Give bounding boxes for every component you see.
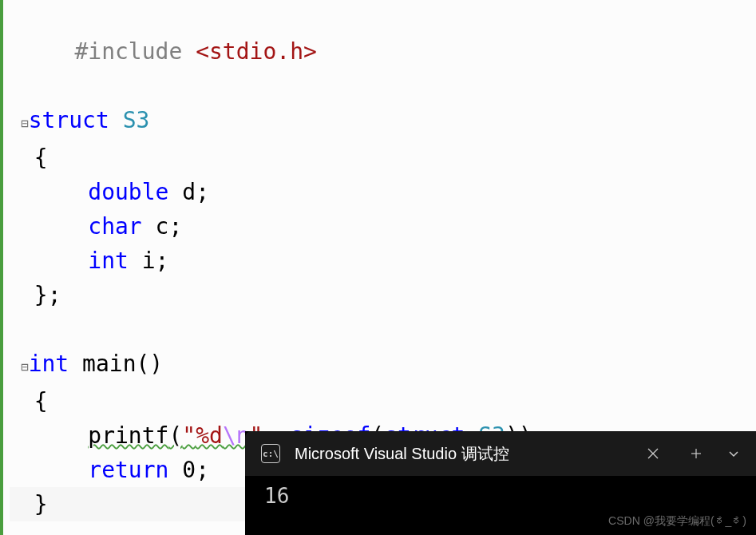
code-line-5: char c; [10, 209, 756, 244]
terminal-output: 16 [245, 476, 756, 516]
preprocessor-directive: #include [74, 38, 196, 65]
terminal-icon: c:\ [261, 444, 280, 463]
code-line-3: { [10, 141, 756, 175]
code-line-4: double d; [10, 175, 756, 209]
code-line-8 [10, 312, 756, 347]
close-button[interactable] [631, 438, 675, 470]
watermark: CSDN @我要学编程(ಥ_ಥ) [608, 514, 746, 529]
terminal-title: Microsoft Visual Studio 调试控 [295, 443, 631, 465]
keyword-struct: struct [29, 107, 123, 133]
close-icon [647, 447, 659, 460]
code-line-7: }; [10, 278, 756, 312]
fold-marker-icon[interactable]: ⊟ [21, 116, 29, 131]
new-tab-button[interactable] [675, 438, 718, 470]
dropdown-button[interactable] [718, 438, 750, 470]
code-line-1: #include <stdio.h> [10, 0, 756, 103]
code-line-9: ⊟int main() [10, 347, 756, 384]
plus-icon [690, 447, 703, 460]
terminal-titlebar[interactable]: c:\ Microsoft Visual Studio 调试控 [245, 431, 756, 476]
fold-marker-icon[interactable]: ⊟ [21, 359, 29, 374]
chevron-down-icon [727, 447, 740, 460]
code-line-10: { [10, 384, 756, 418]
include-path: <stdio.h> [196, 38, 317, 65]
type-name: S3 [123, 107, 150, 133]
code-line-6: int i; [10, 244, 756, 278]
code-line-2: ⊟struct S3 [10, 103, 756, 141]
